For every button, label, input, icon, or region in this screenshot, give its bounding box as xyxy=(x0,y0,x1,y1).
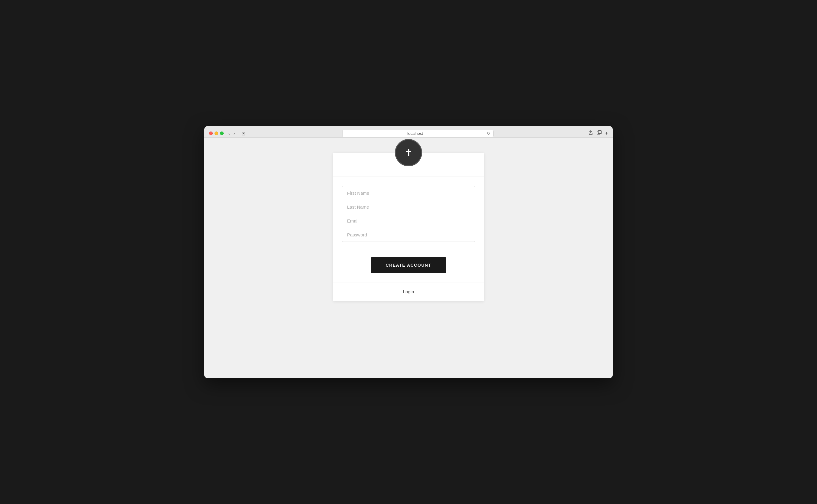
svg-rect-1 xyxy=(598,131,601,134)
create-account-button[interactable]: CREATE ACCOUNT xyxy=(371,257,447,273)
share-button[interactable] xyxy=(588,130,593,136)
email-input[interactable] xyxy=(342,214,475,228)
card-container: ✝ xyxy=(333,153,484,301)
maximize-button[interactable] xyxy=(220,132,224,135)
form-body xyxy=(333,177,484,248)
new-tab-button[interactable] xyxy=(597,130,601,136)
card-footer: Login xyxy=(333,282,484,301)
submit-area: CREATE ACCOUNT xyxy=(333,248,484,282)
add-tab-icon-button[interactable]: + xyxy=(605,131,608,136)
traffic-lights xyxy=(209,132,224,135)
browser-actions: + xyxy=(588,130,608,136)
cross-icon: ✝ xyxy=(405,148,413,158)
browser-window: ‹ › ⊡ localhost ↻ xyxy=(204,126,613,378)
first-name-input[interactable] xyxy=(342,186,475,200)
logo-circle: ✝ xyxy=(395,139,422,166)
url-text: localhost xyxy=(346,131,485,136)
back-button[interactable]: ‹ xyxy=(227,130,231,136)
browser-content: ✝ xyxy=(204,138,613,378)
login-link[interactable]: Login xyxy=(403,289,414,294)
form-group xyxy=(342,186,475,242)
page-wrapper: ✝ xyxy=(204,138,613,301)
reload-button[interactable]: ↻ xyxy=(487,131,490,136)
minimize-button[interactable] xyxy=(215,132,218,135)
browser-chrome: ‹ › ⊡ localhost ↻ xyxy=(204,126,613,138)
sidebar-toggle-button[interactable]: ⊡ xyxy=(240,130,247,137)
nav-buttons: ‹ › xyxy=(227,130,236,136)
last-name-input[interactable] xyxy=(342,200,475,214)
signup-card: CREATE ACCOUNT Login xyxy=(333,153,484,301)
address-bar[interactable]: localhost ↻ xyxy=(342,130,493,137)
password-input[interactable] xyxy=(342,228,475,242)
close-button[interactable] xyxy=(209,132,213,135)
forward-button[interactable]: › xyxy=(233,130,236,136)
